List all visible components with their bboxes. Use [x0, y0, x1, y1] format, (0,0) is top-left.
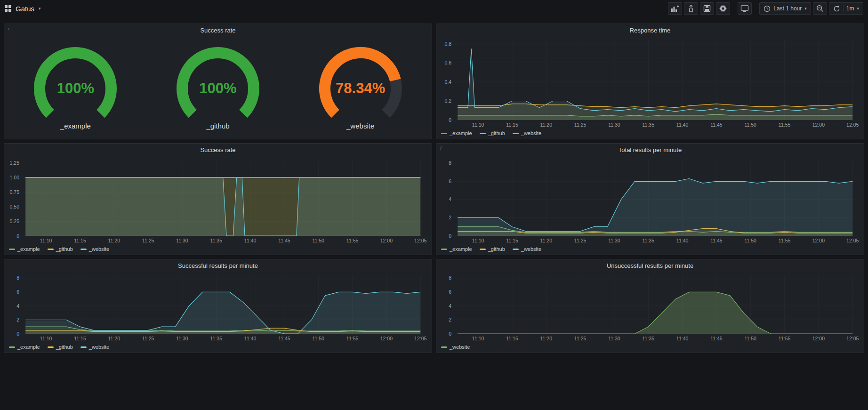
svg-text:11:20: 11:20: [108, 336, 121, 341]
legend-item-website[interactable]: _website: [441, 344, 470, 350]
legend-item-website[interactable]: _website: [513, 246, 541, 252]
panel-success-rate-graph: Success rate 11:1011:1511:2011:2511:3011…: [4, 143, 432, 255]
share-icon: [687, 5, 695, 12]
svg-text:11:15: 11:15: [506, 122, 518, 128]
panel-header: Response time: [436, 24, 864, 36]
legend-item-github[interactable]: _github: [480, 246, 505, 252]
panel-success-rate-gauges: i Success rate 100% _example 100% _githu…: [4, 24, 432, 139]
gauge-label: _example: [60, 122, 91, 130]
svg-text:11:15: 11:15: [506, 238, 518, 243]
monitor-icon: [740, 5, 749, 12]
svg-text:12:05: 12:05: [414, 238, 426, 243]
svg-text:11:10: 11:10: [472, 122, 484, 128]
legend-swatch: [480, 249, 486, 250]
svg-text:11:20: 11:20: [540, 336, 553, 341]
time-range-picker[interactable]: Last 1 hour ▾: [759, 2, 811, 15]
svg-text:11:20: 11:20: [108, 238, 121, 243]
svg-text:11:55: 11:55: [346, 238, 359, 243]
legend-swatch: [441, 249, 447, 250]
svg-text:0: 0: [449, 117, 451, 123]
legend-item-github[interactable]: _github: [48, 246, 73, 252]
successful-results-chart[interactable]: 11:1011:1511:2011:2511:3011:3511:4011:45…: [4, 272, 432, 343]
panel-title[interactable]: Total results per minute: [619, 146, 682, 153]
gauge-arc: 100%: [21, 45, 129, 121]
legend-item-website[interactable]: _website: [80, 246, 109, 252]
legend-item-example[interactable]: _example: [441, 130, 472, 136]
panel-title[interactable]: Success rate: [200, 27, 235, 34]
gauge-row: 100% _example 100% _github 78.34% _websi…: [4, 36, 432, 139]
panel-response-time: Response time 11:1011:1511:2011:2511:301…: [436, 24, 864, 139]
chevron-down-icon[interactable]: ▾: [39, 7, 41, 11]
dashboard-grid-icon[interactable]: [5, 5, 11, 12]
legend-item-example[interactable]: _example: [9, 344, 40, 350]
gauge-website[interactable]: 78.34% _website: [306, 45, 415, 130]
legend-swatch: [80, 346, 87, 348]
save-icon: [703, 5, 711, 12]
legend-item-website[interactable]: _website: [80, 344, 109, 350]
response-time-chart[interactable]: 11:1011:1511:2011:2511:3011:3511:4011:45…: [436, 36, 864, 129]
refresh-picker[interactable]: 1m ▾: [829, 2, 863, 15]
legend-item-github[interactable]: _github: [480, 130, 505, 136]
svg-text:11:25: 11:25: [574, 122, 587, 128]
gauge-value: 100%: [21, 80, 129, 97]
panel-title[interactable]: Success rate: [200, 146, 235, 153]
svg-text:11:50: 11:50: [312, 238, 324, 243]
legend-swatch: [48, 346, 54, 348]
svg-text:4: 4: [449, 196, 451, 202]
svg-text:0: 0: [16, 233, 19, 239]
svg-text:0.8: 0.8: [444, 41, 451, 47]
svg-text:0.50: 0.50: [10, 204, 20, 209]
refresh-interval-label: 1m: [846, 5, 854, 12]
legend-item-website[interactable]: _website: [513, 130, 541, 136]
unsuccessful-results-chart[interactable]: 11:1011:1511:2011:2511:3011:3511:4011:45…: [436, 272, 864, 343]
dashboard-title[interactable]: Gatus: [16, 5, 34, 13]
dashboard-grid: i Success rate 100% _example 100% _githu…: [0, 17, 868, 353]
top-navbar: Gatus ▾ Last 1 hour ▾ 1m: [0, 0, 868, 17]
svg-text:11:35: 11:35: [643, 336, 655, 341]
svg-text:0.25: 0.25: [10, 218, 20, 224]
legend-swatch: [441, 133, 447, 134]
info-icon[interactable]: i: [8, 25, 9, 31]
panel-title[interactable]: Response time: [630, 27, 671, 34]
info-icon[interactable]: i: [440, 145, 442, 151]
gauge-example[interactable]: 100% _example: [21, 45, 129, 130]
svg-text:11:15: 11:15: [506, 336, 518, 341]
share-button[interactable]: [684, 2, 698, 15]
legend-item-example[interactable]: _example: [441, 246, 472, 252]
legend: _website: [436, 343, 864, 353]
panel-header: Total results per minute: [436, 144, 864, 156]
legend-swatch: [9, 249, 15, 250]
svg-text:11:55: 11:55: [779, 336, 791, 341]
tv-mode-button[interactable]: [738, 2, 752, 15]
legend-label: _github: [488, 130, 505, 136]
panel-title[interactable]: Successful results per minute: [178, 262, 258, 269]
svg-text:4: 4: [16, 303, 19, 309]
legend: _example _github _website: [4, 343, 432, 353]
svg-text:11:40: 11:40: [676, 238, 689, 243]
add-panel-button[interactable]: [668, 2, 682, 15]
svg-text:6: 6: [449, 178, 451, 184]
svg-text:0: 0: [449, 331, 451, 337]
legend: _example _github _website: [436, 245, 864, 255]
save-button[interactable]: [700, 2, 714, 15]
legend-label: _github: [56, 246, 73, 252]
svg-text:11:45: 11:45: [710, 336, 723, 341]
svg-text:12:00: 12:00: [812, 238, 825, 243]
clock-icon: [764, 5, 771, 12]
success-rate-chart[interactable]: 11:1011:1511:2011:2511:3011:3511:4011:45…: [4, 156, 432, 245]
svg-text:0.75: 0.75: [10, 189, 20, 195]
gauge-github[interactable]: 100% _github: [164, 45, 272, 130]
gauge-label: _website: [346, 122, 374, 130]
panel-header: Successful results per minute: [4, 259, 432, 272]
svg-text:11:30: 11:30: [176, 238, 188, 243]
legend-item-example[interactable]: _example: [9, 246, 40, 252]
zoom-out-button[interactable]: [813, 2, 827, 15]
legend-label: _website: [521, 246, 541, 252]
total-results-chart[interactable]: 11:1011:1511:2011:2511:3011:3511:4011:45…: [436, 156, 864, 245]
panel-title[interactable]: Unsuccessful results per minute: [607, 262, 693, 269]
svg-text:12:05: 12:05: [846, 336, 859, 341]
legend-item-github[interactable]: _github: [48, 344, 73, 350]
settings-button[interactable]: [716, 2, 730, 15]
svg-text:12:00: 12:00: [812, 122, 825, 128]
legend-label: _website: [89, 344, 109, 350]
